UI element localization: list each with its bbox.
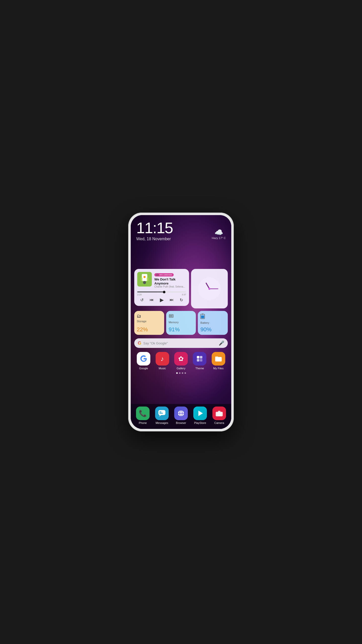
dot-1 xyxy=(176,372,178,374)
search-bar[interactable]: G Say "Ok Google" 🎤 xyxy=(134,338,228,348)
app-gallery[interactable]: ✿ Gallery xyxy=(174,352,188,370)
svg-rect-8 xyxy=(170,315,171,317)
page-dots xyxy=(134,372,228,374)
svg-point-35 xyxy=(221,413,222,413)
playstore-label: PlayStore xyxy=(194,421,206,424)
mic-icon[interactable]: 🎤 xyxy=(219,340,224,346)
messages-icon xyxy=(155,407,169,420)
next-button[interactable]: ⏭ xyxy=(170,298,174,302)
camera-icon xyxy=(212,407,226,420)
battery-label: Battery xyxy=(200,321,225,324)
camera-label: Camera xyxy=(214,421,224,424)
svg-rect-21 xyxy=(215,356,218,358)
stats-row: 🗂 Storage 22% Memory xyxy=(134,311,228,335)
music-controls: ↺ ⏮ ▶ ⏭ ↻ xyxy=(137,297,186,303)
clock-center xyxy=(208,288,210,290)
dot-3 xyxy=(182,372,183,374)
dot-4 xyxy=(185,372,186,374)
weather-widget: ☁️ Hazy 17° C xyxy=(212,228,226,239)
theme-icon xyxy=(193,352,206,366)
svg-rect-16 xyxy=(200,356,202,358)
messages-label: Messages xyxy=(156,421,168,424)
analog-clock-widget xyxy=(191,269,228,308)
play-button[interactable]: ▶ xyxy=(160,297,164,303)
storage-value: 22% xyxy=(137,326,162,333)
dock-apps: 📞 Phone Messages xyxy=(133,407,229,424)
music-label: Music xyxy=(159,367,166,370)
memory-value: 91% xyxy=(169,326,194,333)
album-art xyxy=(137,272,152,287)
memory-icon xyxy=(169,313,194,320)
svg-point-5 xyxy=(144,276,146,278)
app-google[interactable]: Google xyxy=(137,352,150,370)
svg-rect-24 xyxy=(159,413,163,414)
phone-icon: 📞 xyxy=(136,407,150,420)
svg-rect-9 xyxy=(171,315,172,317)
svg-rect-18 xyxy=(200,359,202,361)
widgets-area: 🎧 WH-1000XM4 We Don't Talk Anymore Charl… xyxy=(131,269,231,374)
theme-label: Theme xyxy=(195,367,204,370)
svg-rect-15 xyxy=(197,356,199,358)
memory-label: Memory xyxy=(169,321,194,324)
dock-camera[interactable]: Camera xyxy=(212,407,226,424)
progress-dot xyxy=(163,291,165,293)
music-icon: ♪ xyxy=(156,352,169,366)
google-logo-icon: G xyxy=(138,341,141,346)
prev-button[interactable]: ⏮ xyxy=(150,298,154,302)
weather-icon: ☁️ xyxy=(212,228,226,236)
myfiles-label: My Files xyxy=(213,367,223,370)
app-grid: Google ♪ Music ✿ Gallery xyxy=(134,352,228,370)
music-info: 🎧 WH-1000XM4 We Don't Talk Anymore Charl… xyxy=(154,272,186,288)
google-icon xyxy=(137,352,150,366)
svg-rect-13 xyxy=(201,315,204,318)
music-artist: Charlie Puth (feat. Selena... xyxy=(154,285,186,288)
svg-point-33 xyxy=(218,413,220,415)
svg-point-2 xyxy=(143,281,146,284)
svg-rect-12 xyxy=(202,314,203,314)
progress-bar[interactable] xyxy=(137,292,186,292)
storage-icon: 🗂 xyxy=(137,313,162,319)
time-current: 2:20 xyxy=(137,293,142,296)
dot-2 xyxy=(179,372,180,374)
app-theme[interactable]: Theme xyxy=(193,352,206,370)
browser-icon xyxy=(174,407,188,420)
svg-rect-4 xyxy=(147,277,148,281)
phone-frame: 11:15 Wed, 18 November ☁️ Hazy 17° C xyxy=(128,213,234,431)
forward-button[interactable]: ↻ xyxy=(180,298,183,302)
progress-fill xyxy=(137,292,164,292)
google-label: Google xyxy=(139,367,148,370)
svg-marker-30 xyxy=(198,411,203,416)
analog-clock xyxy=(198,277,221,300)
time-total: 3:37 xyxy=(182,293,186,296)
svg-rect-23 xyxy=(159,412,161,412)
gallery-label: Gallery xyxy=(177,367,186,370)
browser-label: Browser xyxy=(176,421,186,424)
status-bar xyxy=(131,215,231,218)
dock-phone[interactable]: 📞 Phone xyxy=(136,407,150,424)
storage-label: Storage xyxy=(137,320,162,323)
svg-rect-17 xyxy=(197,359,199,361)
phone-screen: 11:15 Wed, 18 November ☁️ Hazy 17° C xyxy=(131,215,231,429)
playstore-icon xyxy=(193,407,207,420)
app-music[interactable]: ♪ Music xyxy=(156,352,169,370)
battery-widget: Battery 90% xyxy=(198,311,228,335)
app-myfiles[interactable]: My Files xyxy=(212,352,225,370)
search-placeholder: Say "Ok Google" xyxy=(143,341,217,345)
svg-rect-10 xyxy=(172,315,172,317)
phone-label: Phone xyxy=(139,421,147,424)
memory-widget: Memory 91% xyxy=(166,311,196,335)
music-title: We Don't Talk Anymore xyxy=(154,277,186,285)
gallery-icon: ✿ xyxy=(174,352,188,366)
dock-messages[interactable]: Messages xyxy=(155,407,169,424)
music-widget: 🎧 WH-1000XM4 We Don't Talk Anymore Charl… xyxy=(134,269,189,308)
replay-button[interactable]: ↺ xyxy=(140,298,144,302)
svg-rect-22 xyxy=(158,410,165,415)
svg-rect-34 xyxy=(218,411,220,412)
dock-playstore[interactable]: PlayStore xyxy=(193,407,207,424)
myfiles-icon xyxy=(212,352,225,366)
svg-rect-3 xyxy=(141,277,142,281)
dock-browser[interactable]: Browser xyxy=(174,407,188,424)
bluetooth-badge: 🎧 WH-1000XM4 xyxy=(154,273,174,276)
music-top: 🎧 WH-1000XM4 We Don't Talk Anymore Charl… xyxy=(137,272,186,288)
storage-widget: 🗂 Storage 22% xyxy=(134,311,164,335)
